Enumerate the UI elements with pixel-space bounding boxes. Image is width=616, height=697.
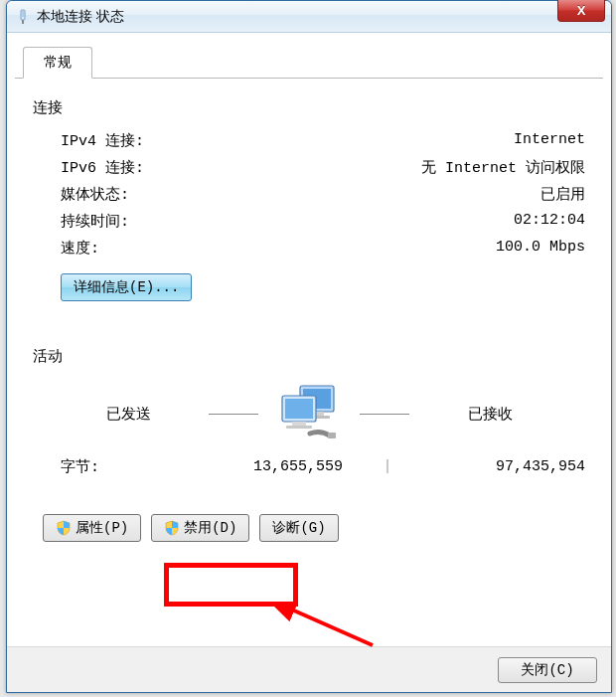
activity-section: 活动 已发送: [33, 347, 585, 480]
bytes-label: 字节: [61, 457, 150, 476]
bottom-bar: 关闭(C): [7, 646, 611, 692]
media-label: 媒体状态: [61, 185, 129, 204]
disable-button[interactable]: 禁用(D): [151, 514, 249, 542]
tab-content: 连接 IPv4 连接 Internet IPv6 连接 无 Internet 访…: [15, 79, 603, 552]
row-ipv4: IPv4 连接 Internet: [33, 127, 585, 154]
titlebar[interactable]: 本地连接 状态 X: [7, 1, 611, 33]
bytes-separator: |: [383, 458, 392, 475]
row-duration: 持续时间 02:12:04: [33, 208, 585, 235]
window-title: 本地连接 状态: [37, 8, 124, 26]
disable-button-label: 禁用(D): [184, 519, 236, 537]
close-button-label: 关闭(C): [521, 662, 573, 678]
svg-rect-11: [328, 433, 336, 438]
svg-rect-10: [286, 426, 312, 429]
connection-heading: 连接: [33, 98, 585, 117]
tab-general[interactable]: 常规: [23, 47, 92, 79]
close-icon: X: [577, 3, 586, 18]
bytes-received: 97,435,954: [392, 458, 585, 475]
received-label: 已接收: [425, 405, 554, 424]
details-button[interactable]: 详细信息(E)...: [61, 273, 192, 301]
network-adapter-icon: [15, 9, 31, 25]
diagnose-button[interactable]: 诊断(G): [259, 514, 338, 542]
activity-graphic: 已发送: [33, 382, 585, 445]
details-button-label: 详细信息(E)...: [74, 278, 179, 296]
row-media-state: 媒体状态 已启用: [33, 181, 585, 208]
speed-value: 100.0 Mbps: [496, 239, 585, 258]
tab-general-label: 常规: [44, 54, 72, 72]
diagnose-button-label: 诊断(G): [272, 519, 325, 537]
svg-rect-9: [292, 422, 306, 426]
graphic-line-right: [360, 414, 409, 415]
client-area: 常规 连接 IPv4 连接 Internet IPv6 连接 无 Interne…: [15, 39, 603, 640]
properties-button-label: 属性(P): [76, 519, 128, 537]
computers-icon: [274, 382, 344, 445]
duration-value: 02:12:04: [514, 212, 585, 231]
shield-icon: [56, 520, 72, 536]
tab-strip: 常规: [15, 47, 603, 79]
ipv4-value: Internet: [514, 131, 585, 150]
svg-rect-8: [285, 399, 313, 419]
properties-button[interactable]: 属性(P): [43, 514, 141, 542]
graphic-line-left: [209, 414, 258, 415]
row-bytes: 字节 13,655,559 | 97,435,954: [33, 453, 585, 480]
activity-heading: 活动: [33, 347, 585, 366]
bytes-sent: 13,655,559: [150, 458, 383, 475]
svg-rect-2: [22, 11, 24, 17]
duration-label: 持续时间: [61, 212, 129, 231]
sent-label: 已发送: [64, 405, 193, 424]
row-ipv6: IPv6 连接 无 Internet 访问权限: [33, 154, 585, 181]
row-speed: 速度 100.0 Mbps: [33, 235, 585, 261]
speed-label: 速度: [61, 239, 99, 258]
status-dialog: 本地连接 状态 X 常规 连接 IPv4 连接 Internet IPv6 连接…: [6, 0, 612, 693]
ipv6-value: 无 Internet 访问权限: [421, 158, 585, 177]
action-button-row: 属性(P) 禁用(D) 诊断(G): [33, 514, 585, 542]
svg-rect-1: [22, 20, 24, 24]
media-value: 已启用: [540, 185, 585, 204]
ipv6-label: IPv6 连接: [61, 158, 144, 177]
window-close-button[interactable]: X: [557, 0, 605, 22]
shield-icon: [164, 520, 180, 536]
close-button[interactable]: 关闭(C): [498, 657, 597, 683]
ipv4-label: IPv4 连接: [61, 131, 144, 150]
